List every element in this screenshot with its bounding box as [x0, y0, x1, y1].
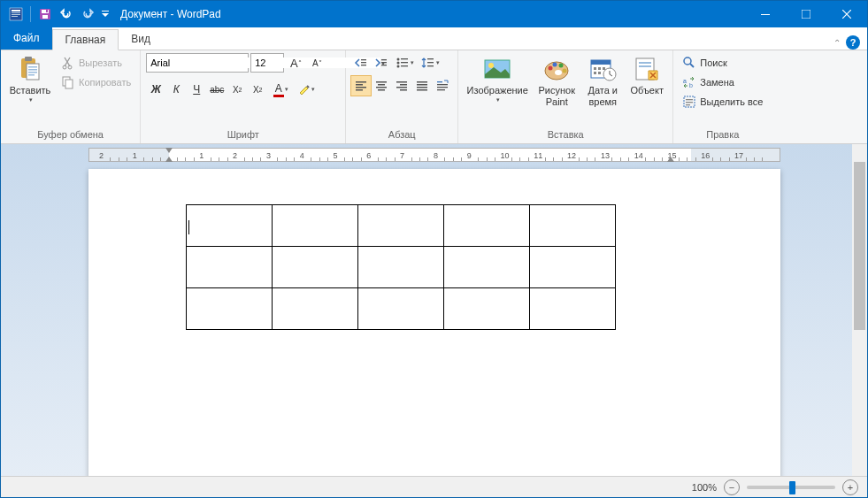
- find-button[interactable]: Поиск: [679, 53, 766, 73]
- table-cell[interactable]: [529, 288, 615, 330]
- svg-rect-39: [356, 84, 363, 86]
- grow-font-button[interactable]: A˄: [286, 53, 305, 73]
- decrease-indent-button[interactable]: [351, 53, 371, 73]
- svg-rect-68: [594, 67, 596, 70]
- zoom-slider-thumb[interactable]: [789, 481, 795, 494]
- italic-button[interactable]: К: [166, 80, 186, 99]
- svg-rect-44: [376, 87, 387, 88]
- table-cell[interactable]: [529, 247, 615, 288]
- table-cell[interactable]: [443, 247, 529, 288]
- svg-rect-71: [594, 72, 596, 74]
- copy-button[interactable]: Копировать: [58, 73, 134, 92]
- home-tab[interactable]: Главная: [52, 29, 119, 50]
- svg-rect-56: [437, 87, 448, 88]
- table-cell[interactable]: [443, 205, 529, 247]
- table-cell[interactable]: [357, 288, 443, 330]
- svg-point-59: [488, 63, 494, 68]
- zoom-out-button[interactable]: −: [724, 479, 740, 495]
- cut-button[interactable]: Вырезать: [58, 53, 134, 73]
- paste-icon: [16, 55, 44, 83]
- select-all-label: Выделить все: [700, 96, 763, 107]
- paste-button[interactable]: Вставить ▾: [6, 53, 54, 106]
- increase-indent-button[interactable]: [372, 53, 391, 73]
- redo-icon[interactable]: [78, 4, 97, 24]
- document-scroll[interactable]: [1, 162, 867, 476]
- replace-label: Замена: [700, 77, 734, 88]
- status-bar: 100% − +: [1, 476, 867, 497]
- svg-rect-81: [686, 99, 693, 100]
- font-family-combo[interactable]: ▾: [146, 53, 249, 73]
- svg-rect-83: [686, 104, 690, 105]
- save-icon[interactable]: [35, 4, 55, 24]
- table-cell[interactable]: [529, 205, 615, 247]
- collapse-ribbon-icon[interactable]: ⌃: [833, 38, 841, 48]
- table-cell[interactable]: [272, 288, 357, 330]
- maximize-button[interactable]: [786, 1, 826, 27]
- undo-icon[interactable]: [57, 4, 76, 24]
- justify-button[interactable]: [412, 76, 432, 96]
- paint-icon: [542, 55, 571, 83]
- chevron-down-icon: ▾: [29, 96, 33, 103]
- table-cell[interactable]: [186, 205, 272, 247]
- svg-rect-43: [378, 84, 385, 86]
- insert-datetime-button[interactable]: Дата и время: [582, 53, 623, 110]
- shrink-font-button[interactable]: A˅: [307, 53, 326, 73]
- align-right-button[interactable]: [392, 76, 411, 96]
- font-size-combo[interactable]: ▾: [250, 53, 284, 73]
- insert-image-button[interactable]: Изображение▾: [464, 53, 531, 106]
- document-page[interactable]: [88, 169, 780, 476]
- table-cell[interactable]: [186, 247, 272, 288]
- help-icon[interactable]: ?: [846, 35, 860, 50]
- svg-rect-40: [356, 87, 366, 88]
- app-icon[interactable]: [6, 4, 26, 24]
- horizontal-ruler[interactable]: 211234567891011121314151617: [88, 148, 780, 162]
- replace-button[interactable]: ab Замена: [679, 73, 766, 92]
- svg-rect-10: [761, 14, 770, 15]
- svg-rect-48: [396, 87, 407, 88]
- table-cell[interactable]: [443, 288, 529, 330]
- insert-object-button[interactable]: Объект: [626, 53, 667, 98]
- svg-point-62: [549, 66, 553, 71]
- svg-point-77: [684, 57, 691, 65]
- minimize-button[interactable]: [745, 1, 786, 27]
- table-cell[interactable]: [272, 247, 357, 288]
- close-button[interactable]: [826, 1, 867, 27]
- bold-button[interactable]: Ж: [146, 80, 165, 99]
- svg-point-29: [396, 58, 399, 61]
- zoom-in-button[interactable]: +: [842, 479, 858, 495]
- table-cell[interactable]: [186, 288, 272, 330]
- insert-paint-button[interactable]: Рисунок Paint: [534, 53, 579, 110]
- document-table[interactable]: [186, 204, 616, 330]
- qat-customize-icon[interactable]: [99, 4, 111, 24]
- svg-rect-47: [400, 84, 407, 86]
- svg-rect-70: [603, 67, 605, 70]
- insert-datetime-label: Дата и время: [584, 85, 621, 108]
- highlight-button[interactable]: ▾: [294, 80, 319, 99]
- window-title: Документ - WordPad: [120, 8, 221, 20]
- strikethrough-button[interactable]: abc: [207, 80, 227, 99]
- bullets-button[interactable]: ▾: [392, 53, 417, 73]
- svg-rect-50: [417, 81, 427, 83]
- view-tab[interactable]: Вид: [119, 28, 163, 50]
- table-cell[interactable]: [357, 205, 443, 247]
- align-left-button[interactable]: [351, 76, 371, 96]
- svg-rect-33: [401, 62, 408, 63]
- svg-rect-45: [378, 89, 385, 91]
- underline-button[interactable]: Ч: [187, 80, 206, 99]
- select-all-button[interactable]: Выделить все: [679, 92, 766, 111]
- font-color-button[interactable]: A▾: [268, 80, 293, 99]
- wordpad-window: Документ - WordPad Файл Главная Вид ⌃ ? …: [0, 0, 868, 498]
- align-center-button[interactable]: [372, 76, 391, 96]
- cut-icon: [61, 56, 75, 70]
- table-cell[interactable]: [272, 205, 357, 247]
- object-icon: [633, 55, 661, 83]
- superscript-button[interactable]: X2: [248, 80, 267, 99]
- subscript-button[interactable]: X2: [227, 80, 247, 99]
- zoom-slider[interactable]: [747, 486, 835, 489]
- vertical-scrollbar[interactable]: [852, 144, 867, 476]
- paragraph-dialog-button[interactable]: [433, 76, 452, 96]
- line-spacing-button[interactable]: ▾: [418, 53, 442, 73]
- scrollbar-thumb[interactable]: [854, 162, 865, 330]
- file-tab[interactable]: Файл: [1, 27, 52, 50]
- table-cell[interactable]: [357, 247, 443, 288]
